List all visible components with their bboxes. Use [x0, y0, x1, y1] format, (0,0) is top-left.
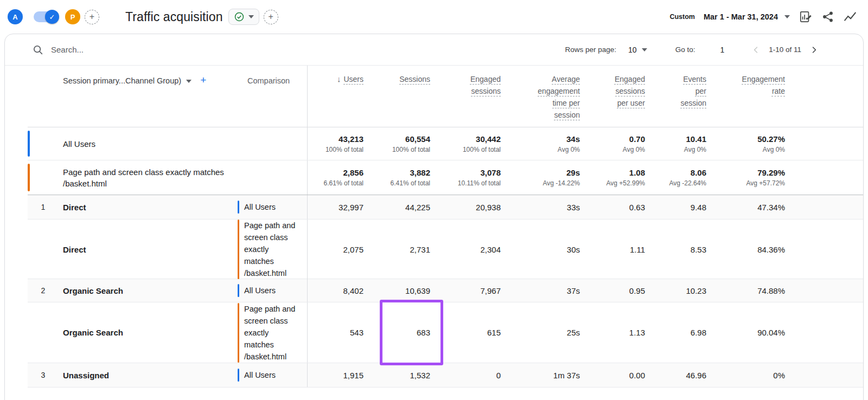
- row-number: 1: [28, 195, 59, 219]
- comparison-chip-a[interactable]: A: [8, 9, 23, 24]
- search-box[interactable]: [32, 44, 256, 56]
- column-header-engaged-sessions-per-user[interactable]: Engaged sessions per user: [586, 66, 651, 127]
- dimension-selector-label: Session primary...Channel Group): [63, 76, 181, 85]
- metric-cell: 6.98: [651, 302, 712, 363]
- metric-cell: 50.27%Avg 0%: [712, 127, 791, 160]
- add-report-tab-button[interactable]: +: [264, 10, 278, 24]
- metric-cell: 10.23: [651, 279, 712, 302]
- date-range-selector[interactable]: Mar 1 - Mar 31, 2024: [704, 12, 778, 21]
- summary-label: Page path and screen class exactly match…: [28, 160, 307, 195]
- dimension-selector[interactable]: Session primary...Channel Group) +: [28, 66, 238, 127]
- share-icon[interactable]: [821, 10, 834, 23]
- channel-name: Direct: [59, 220, 238, 279]
- chevron-down-icon: [186, 80, 192, 83]
- comparison-toggle[interactable]: ✓: [34, 11, 58, 22]
- insights-icon[interactable]: [843, 10, 857, 24]
- column-header-engagement-rate[interactable]: Engagement rate: [712, 66, 791, 127]
- metric-cell: 0.63: [586, 195, 651, 219]
- metric-cell: 84.36%: [712, 220, 791, 279]
- metric-cell: 10,639: [369, 279, 436, 302]
- table-row-direct-basket: Direct Page path and screen class exactl…: [28, 220, 863, 279]
- metric-cell: 615: [436, 302, 507, 363]
- customize-report-icon[interactable]: [799, 10, 813, 24]
- search-input[interactable]: [50, 44, 256, 55]
- go-to-input[interactable]: 1: [720, 46, 724, 54]
- column-header-avg-engagement-time[interactable]: Average engagement time per session: [507, 66, 586, 127]
- metric-cell: 1,915: [307, 363, 369, 387]
- add-dimension-button[interactable]: +: [200, 76, 206, 84]
- metric-cell: 43,213100% of total: [307, 127, 369, 160]
- metric-cell: 1.11: [586, 220, 651, 279]
- go-to-label: Go to:: [675, 46, 695, 54]
- comparison-cell: Page path and screen class exactly match…: [238, 302, 307, 363]
- metric-cell: 8.06Avg -22.64%: [651, 160, 712, 195]
- comparison-cell: Page path and screen class exactly match…: [238, 220, 307, 279]
- comparison-accent-bar: [238, 303, 239, 363]
- metric-cell: 8,402: [307, 279, 369, 302]
- table-row-organic-all-users: 2 Organic Search All Users 8,402 10,639 …: [28, 279, 863, 302]
- table-header-row: Session primary...Channel Group) + Compa…: [28, 66, 863, 127]
- traffic-acquisition-table: Session primary...Channel Group) + Compa…: [28, 66, 863, 388]
- column-header-sessions[interactable]: Sessions: [369, 66, 436, 127]
- metric-cell: 0.95: [586, 279, 651, 302]
- sort-descending-icon: ↓: [337, 73, 341, 85]
- channel-name: Organic Search: [59, 302, 238, 363]
- metric-cell: 2,304: [436, 220, 507, 279]
- metric-cell: 29sAvg -14.22%: [507, 160, 586, 195]
- chevron-down-icon[interactable]: [784, 15, 790, 18]
- comparison-accent-bar: [238, 201, 239, 214]
- comparison-accent-bar: [238, 284, 239, 297]
- metric-cell: 0.70Avg 0%: [586, 127, 651, 160]
- metric-cell: 1,532: [369, 363, 436, 387]
- metric-cell: 2,731: [369, 220, 436, 279]
- metric-cell: 74.88%: [712, 279, 791, 302]
- table-row-direct-all-users: 1 Direct All Users 32,997 44,225 20,938 …: [28, 195, 863, 220]
- column-header-events-per-session[interactable]: Events per session: [651, 66, 712, 127]
- metric-cell: 2,075: [307, 220, 369, 279]
- metric-cell: 20,938: [436, 195, 507, 219]
- row-number: [28, 220, 59, 279]
- metric-cell: 7,967: [436, 279, 507, 302]
- comparison-cell: All Users: [238, 363, 307, 387]
- metric-cell: 79.29%Avg +57.72%: [712, 160, 791, 195]
- table-row-unassigned-all-users: 3 Unassigned All Users 1,915 1,532 0 1m …: [28, 363, 863, 388]
- column-header-engaged-sessions[interactable]: Engaged sessions: [436, 66, 507, 127]
- rows-per-page-select[interactable]: 10: [628, 46, 647, 54]
- metric-cell: 1.08Avg +52.99%: [586, 160, 651, 195]
- metric-cell: 3,8826.41% of total: [369, 160, 436, 195]
- page-title: Traffic acquisition: [125, 10, 223, 24]
- metric-cell: 0.00: [586, 363, 651, 387]
- next-page-icon[interactable]: [809, 45, 819, 55]
- metric-cell: 0%: [712, 363, 791, 387]
- channel-name: Unassigned: [59, 363, 238, 387]
- report-card: Rows per page: 10 Go to: 1 1-10 of 11 Se…: [4, 34, 864, 400]
- metric-cell: 2,8566.61% of total: [307, 160, 369, 195]
- metric-cell: 47.34%: [712, 195, 791, 219]
- channel-name: Direct: [59, 195, 238, 219]
- metric-cell: 37s: [507, 279, 586, 302]
- metric-cell: 9.48: [651, 195, 712, 219]
- metric-cell: 90.04%: [712, 302, 791, 363]
- metric-cell: 60,554100% of total: [369, 127, 436, 160]
- metric-cell: 10.41Avg 0%: [651, 127, 712, 160]
- comparison-accent-bar: [238, 369, 239, 382]
- report-status-badge[interactable]: [228, 9, 259, 25]
- rows-per-page-value: 10: [628, 46, 637, 54]
- comparison-chip-p[interactable]: P: [65, 9, 80, 24]
- search-icon: [32, 44, 44, 56]
- date-preset-label: Custom: [669, 13, 695, 21]
- metric-cell: 30,442100% of total: [436, 127, 507, 160]
- metric-cell: 33s: [507, 195, 586, 219]
- summary-row-all-users: All Users 43,213100% of total 60,554100%…: [28, 127, 863, 160]
- metric-cell: 1.13: [586, 302, 651, 363]
- previous-page-icon[interactable]: [751, 45, 761, 55]
- metric-cell: 3,07810.11% of total: [436, 160, 507, 195]
- table-toolbar: Rows per page: 10 Go to: 1 1-10 of 11: [5, 34, 863, 66]
- summary-label: All Users: [28, 127, 307, 160]
- add-comparison-button[interactable]: +: [85, 10, 99, 24]
- report-header: A ✓ P + Traffic acquisition + Custom Mar…: [0, 0, 868, 34]
- app-window: A ✓ P + Traffic acquisition + Custom Mar…: [0, 0, 868, 400]
- comparison-column-header: Comparison: [238, 66, 307, 127]
- metric-cell: 8.53: [651, 220, 712, 279]
- column-header-users[interactable]: ↓ Users: [307, 66, 369, 127]
